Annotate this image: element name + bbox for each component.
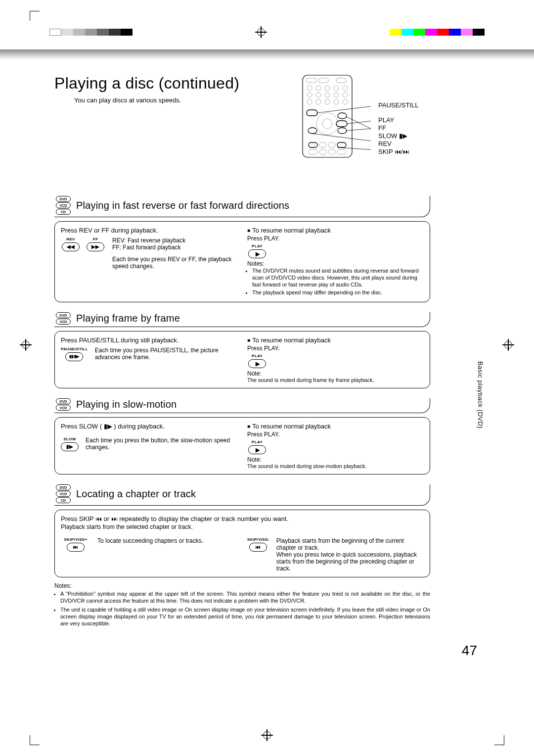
footer-notes: Notes: A "Prohibition" symbol may appear… (54, 582, 430, 627)
instruction-text: Press SKIP ⏮ or ⏭ repeatedly to display … (61, 515, 424, 522)
notes-label: Notes: (247, 260, 424, 267)
note-item: The playback speed may differ depending … (252, 289, 424, 296)
remote-label-pause: PAUSE/STILL (378, 101, 418, 109)
page-number: 47 (462, 643, 477, 659)
footer-note-item: A "Prohibition" symbol may appear at the… (60, 590, 430, 604)
disc-badge: DVD (56, 196, 71, 202)
svg-rect-0 (303, 75, 352, 157)
print-registration-bar (0, 25, 534, 40)
left-note: Each time you press REV or FF, the playb… (112, 256, 237, 270)
section-head-locate: DVD VCD CD Locating a chapter or track (54, 484, 430, 506)
color-swatch (390, 29, 485, 36)
left-note: Each time you press PAUSE/STILL, the pic… (95, 347, 237, 361)
crop-mark-icon (30, 730, 44, 745)
disc-badge: CD (56, 497, 71, 503)
section-title: Playing frame by frame (76, 313, 180, 324)
remote-label-ff: FF (378, 124, 418, 132)
footer-notes-label: Notes: (54, 582, 430, 589)
remote-label-play: PLAY (378, 116, 418, 124)
skip-minus-text1: Playback starts from the beginning of th… (276, 537, 424, 551)
content-area: Playing a disc (continued) You can play … (54, 74, 477, 629)
instruction-text: Press PAUSE/STILL during still playback. (61, 336, 237, 344)
crop-mark-icon (30, 11, 44, 26)
left-note: Each time you press the button, the slow… (86, 437, 237, 451)
skip-next-button-icon: SKIP/VISS+ ⏭ (61, 537, 90, 552)
rev-button-icon: REV ◀◀ (61, 237, 81, 251)
def-rev: REV: Fast reverse playback (112, 237, 237, 244)
note-item: The DVD/VCR mutes sound and subtitles du… (252, 267, 424, 288)
instruction-text: Press SLOW ( ▮▶ ) during playback. (61, 423, 237, 430)
section-head-slow: DVD VCD Playing in slow-motion (54, 398, 430, 413)
skip-prev-button-icon: SKIP/VISS- ⏮ (247, 537, 269, 552)
top-gradient (0, 49, 534, 59)
disc-badge: VCD (56, 491, 71, 497)
remote-diagram: PAUSE/STILL PLAY FF SLOW ▮▶ REV SKIP ⏮/⏭ (294, 74, 452, 163)
disc-badge: VCD (56, 202, 71, 208)
remote-label-rev: REV (378, 140, 418, 148)
play-button-icon: PLAY (247, 244, 267, 258)
grayscale-swatch (49, 29, 133, 36)
section-body-locate: Press SKIP ⏮ or ⏭ repeatedly to display … (54, 510, 430, 577)
section-title: Playing in fast reverse or fast forward … (76, 200, 289, 211)
play-button-icon: PLAY (247, 354, 267, 368)
def-ff: FF: Fast forward playback (112, 244, 237, 251)
pause-button-icon: PAUSE/STILL ▮▮/▮▶ (61, 347, 88, 361)
page-body: Playing a disc (continued) You can play … (0, 49, 534, 717)
resume-head: To resume normal playback (247, 423, 424, 430)
disc-badge: VCD (56, 319, 71, 325)
section-body-frame: Press PAUSE/STILL during still playback.… (54, 331, 430, 388)
instruction-text: Press REV or FF during playback. (61, 227, 237, 234)
skip-minus-text2: When you press twice in quick succession… (276, 551, 424, 572)
registration-mark-icon (255, 26, 267, 38)
section-title: Playing in slow-motion (76, 399, 177, 410)
section-body-slow: Press SLOW ( ▮▶ ) during playback. SLOW … (54, 417, 430, 474)
section-title: Locating a chapter or track (76, 488, 196, 500)
disc-badge: DVD (56, 312, 71, 318)
ff-button-icon: FF ▶▶ (86, 237, 105, 251)
resume-body: Press PLAY. (247, 431, 424, 438)
disc-badge: CD (56, 209, 71, 215)
resume-body: Press PLAY. (247, 235, 424, 242)
registration-mark-bottom-icon (261, 729, 273, 741)
section-head-frame: DVD VCD Playing frame by frame (54, 312, 430, 327)
remote-svg-icon (302, 74, 371, 158)
skip-plus-text: To locate succeeding chapters or tracks. (97, 537, 203, 544)
remote-label-slow: SLOW ▮▶ (378, 132, 418, 140)
disc-badge: VCD (56, 405, 71, 411)
note-text: The sound is muted during frame by frame… (247, 377, 424, 383)
note-text: The sound is muted during slow-motion pl… (247, 463, 424, 469)
disc-badge: DVD (56, 484, 71, 490)
section-body-fastrev: Press REV or FF during playback. REV ◀◀ … (54, 221, 430, 302)
footer-note-item: The unit is capable of holding a still v… (60, 606, 430, 627)
slow-button-icon: SLOW ▮▶ (61, 437, 79, 451)
side-tab-label: Basic playback (DVD) (477, 361, 484, 428)
section-head-fastrev: DVD VCD CD Playing in fast reverse or fa… (54, 196, 430, 217)
resume-head: To resume normal playback (247, 336, 424, 344)
remote-label-skip: SKIP ⏮/⏭ (378, 148, 418, 156)
play-button-icon: PLAY (247, 440, 267, 454)
sub-instruction: Playback starts from the selected chapte… (61, 523, 424, 530)
resume-head: To resume normal playback (247, 227, 424, 234)
resume-body: Press PLAY. (247, 345, 424, 352)
note-label: Note: (247, 370, 424, 377)
note-label: Note: (247, 456, 424, 463)
crop-mark-icon (490, 730, 504, 745)
disc-badge: DVD (56, 398, 71, 404)
